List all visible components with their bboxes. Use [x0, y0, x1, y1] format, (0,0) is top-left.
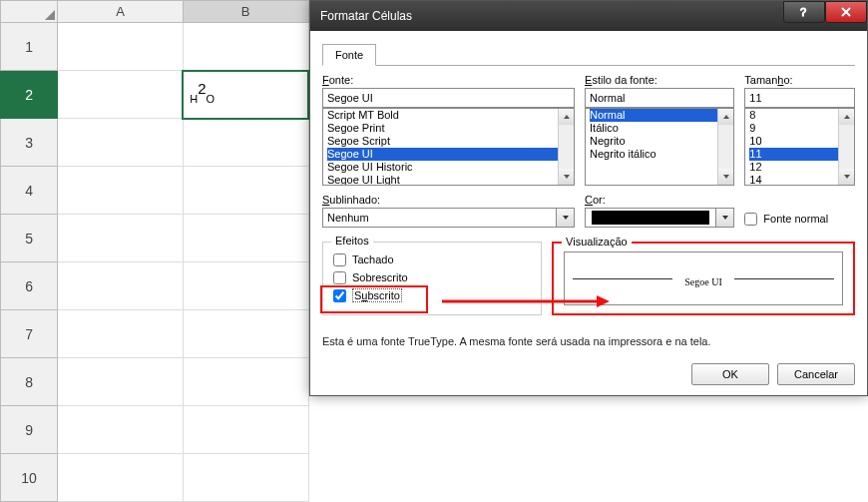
font-input[interactable] [322, 88, 575, 108]
underline-value: Nenhum [327, 212, 369, 224]
cell-a2[interactable] [58, 71, 184, 119]
size-listbox[interactable]: 8 9 10 11 12 14 [744, 108, 855, 186]
row-header-5[interactable]: 5 [1, 215, 58, 262]
style-option[interactable]: Negrito itálico [590, 148, 717, 161]
row-header-2[interactable]: 2 [1, 71, 58, 119]
row-header-4[interactable]: 4 [1, 167, 58, 215]
scroll-down-icon[interactable] [839, 169, 854, 185]
size-option[interactable]: 11 [749, 148, 838, 161]
size-option[interactable]: 10 [749, 135, 838, 148]
font-option[interactable]: Segoe UI Light [327, 174, 558, 186]
scrollbar[interactable] [717, 109, 733, 185]
color-label: Cor: [585, 194, 734, 206]
chevron-down-icon[interactable] [716, 208, 734, 228]
scroll-down-icon[interactable] [718, 169, 733, 185]
format-cells-dialog: Formatar Células ? Fonte FFonte:onte: Sc… [309, 0, 868, 396]
tab-strip: Fonte [322, 43, 855, 66]
underline-select[interactable]: Nenhum [322, 208, 575, 228]
row-header-7[interactable]: 7 [1, 310, 58, 358]
column-header-a[interactable]: A [58, 1, 184, 23]
style-listbox[interactable]: Normal Itálico Negrito Negrito itálico [585, 108, 734, 186]
svg-text:?: ? [800, 6, 806, 18]
font-option[interactable]: Script MT Bold [327, 109, 558, 122]
color-select[interactable] [585, 208, 734, 228]
style-option[interactable]: Negrito [590, 135, 717, 148]
column-header-b[interactable]: B [183, 1, 308, 23]
cell-b2[interactable]: H2O [183, 71, 308, 119]
scroll-up-icon[interactable] [559, 109, 574, 125]
size-option[interactable]: 14 [749, 174, 838, 186]
font-label: FFonte:onte: [322, 74, 575, 86]
preview-text: Segoe UI [680, 276, 726, 287]
strike-checkbox[interactable]: Tachado [333, 251, 531, 268]
scroll-up-icon[interactable] [718, 109, 733, 125]
row-header-6[interactable]: 6 [1, 262, 58, 310]
size-option[interactable]: 9 [749, 122, 838, 135]
highlight-box [320, 285, 428, 313]
style-option[interactable]: Normal [590, 109, 717, 122]
font-option[interactable]: Segoe Print [327, 122, 558, 135]
size-option[interactable]: 12 [749, 161, 838, 174]
font-option[interactable]: Segoe UI Historic [327, 161, 558, 174]
font-option[interactable]: Segoe UI [327, 148, 558, 161]
size-label: Tamanho: [744, 74, 855, 86]
scroll-down-icon[interactable] [559, 169, 574, 185]
cell-value: H2O [190, 82, 215, 108]
close-button[interactable] [825, 1, 867, 23]
style-label: Estilo da fonte: [585, 74, 734, 86]
underline-label: Sublinhado: [322, 194, 575, 206]
font-listbox[interactable]: Script MT Bold Segoe Print Segoe Script … [322, 108, 575, 186]
row-header-8[interactable]: 8 [1, 358, 58, 406]
info-text: Esta é uma fonte TrueType. A mesma fonte… [322, 335, 855, 347]
dialog-title: Formatar Células [320, 9, 783, 23]
cancel-button[interactable]: Cancelar [777, 363, 855, 385]
size-input[interactable] [744, 88, 855, 108]
font-option[interactable]: Segoe Script [327, 135, 558, 148]
scrollbar[interactable] [558, 109, 574, 185]
style-input[interactable] [585, 88, 734, 108]
chevron-down-icon[interactable] [557, 208, 575, 228]
spreadsheet-grid: A B 1 2 H2O 3 4 5 6 7 8 9 10 [0, 0, 309, 502]
row-header-10[interactable]: 10 [1, 454, 58, 502]
annotation-arrow-icon [442, 293, 612, 309]
row-header-3[interactable]: 3 [1, 119, 58, 167]
tab-fonte[interactable]: Fonte [322, 44, 376, 66]
ok-button[interactable]: OK [691, 363, 769, 385]
color-swatch [592, 211, 709, 225]
scroll-up-icon[interactable] [839, 109, 854, 125]
row-header-9[interactable]: 9 [1, 406, 58, 454]
scrollbar[interactable] [838, 109, 854, 185]
normal-font-label: Fonte normal [763, 213, 828, 225]
size-option[interactable]: 8 [749, 109, 838, 122]
preview-label: Visualização [562, 236, 632, 248]
help-button[interactable]: ? [783, 1, 825, 23]
style-option[interactable]: Itálico [590, 122, 717, 135]
select-all-corner[interactable] [1, 1, 58, 23]
effects-label: Efeitos [331, 235, 373, 247]
dialog-titlebar[interactable]: Formatar Células ? [310, 1, 867, 31]
row-header-1[interactable]: 1 [1, 23, 58, 71]
normal-font-checkbox[interactable]: Fonte normal [744, 210, 855, 228]
superscript-checkbox[interactable]: Sobrescrito [333, 268, 531, 286]
